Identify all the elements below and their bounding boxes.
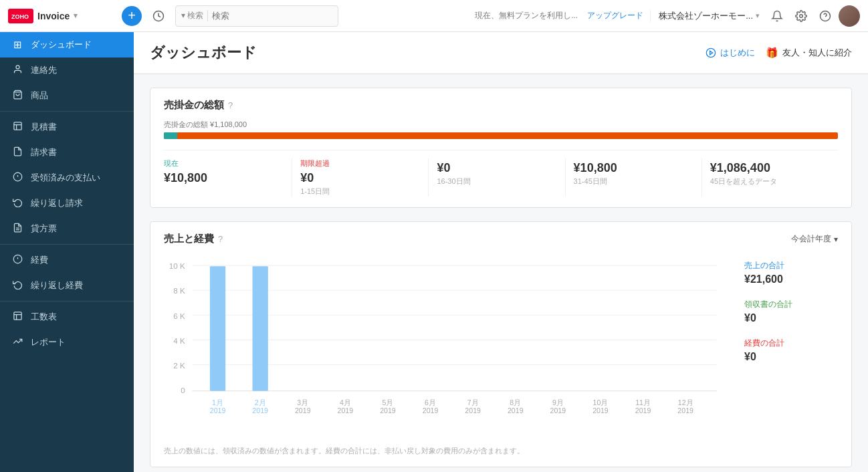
receivables-help-icon[interactable]: ? — [228, 100, 233, 110]
search-prefix[interactable]: ▾ 検索 — [181, 10, 208, 21]
main-content: ダッシュボード はじめに 🎁 友人・知人に紹介 売掛金の総額 ? — [134, 32, 868, 472]
progress-label: 売掛金の総額 ¥1,108,000 — [164, 120, 838, 130]
svg-text:ZOHO: ZOHO — [11, 13, 29, 20]
svg-text:5月: 5月 — [383, 398, 394, 406]
sidebar-item-timesheet[interactable]: 工数表 — [0, 304, 134, 330]
col3-sublabel: 16-30日間 — [437, 176, 556, 187]
sidebar-label-items: 商品 — [31, 90, 48, 102]
svg-point-6 — [16, 66, 19, 69]
sidebar-item-items[interactable]: 商品 — [0, 83, 134, 108]
sidebar-label-estimates: 見積書 — [31, 121, 57, 133]
svg-text:2月: 2月 — [255, 398, 266, 406]
col4-sublabel: 31-45日間 — [574, 176, 693, 187]
svg-point-3 — [800, 14, 803, 17]
sidebar-item-invoices[interactable]: 請求書 — [0, 140, 134, 165]
legend-receipts: 領収書の合計 ¥0 — [744, 299, 838, 324]
help-button[interactable] — [815, 5, 836, 27]
sidebar-item-reports[interactable]: レポート — [0, 330, 134, 355]
svg-text:6 K: 6 K — [173, 312, 185, 320]
chart-area: 10 K 8 K 6 K 4 K 2 K 0 — [164, 253, 731, 441]
svg-text:3月: 3月 — [297, 398, 308, 406]
zoho-logo-icon: ZOHO — [8, 9, 33, 23]
legend-sales-amount: ¥21,600 — [744, 273, 838, 285]
col3-amount: ¥0 — [437, 161, 556, 175]
svg-text:2019: 2019 — [423, 406, 439, 415]
fiscal-year-label: 今会計年度 — [791, 233, 831, 245]
overdue-label: 期限超過 — [300, 158, 420, 168]
sidebar-label-contacts: 連絡先 — [31, 64, 57, 76]
sidebar-divider-1 — [0, 111, 134, 112]
items-icon — [11, 90, 24, 102]
add-button[interactable]: + — [122, 6, 142, 26]
svg-text:11月: 11月 — [635, 398, 651, 406]
svg-text:2019: 2019 — [338, 406, 354, 415]
svg-text:2019: 2019 — [210, 406, 226, 415]
legend-sales: 売上の合計 ¥21,600 — [744, 260, 838, 285]
svg-text:0: 0 — [181, 386, 185, 394]
sidebar-item-contacts[interactable]: 連絡先 — [0, 57, 134, 83]
sidebar-label-payments: 受領済みの支払い — [31, 172, 100, 184]
sidebar-label-credit: 貸方票 — [31, 223, 57, 235]
search-bar: ▾ 検索 — [175, 5, 338, 27]
sidebar-item-payments[interactable]: 受領済みの支払い — [0, 165, 134, 191]
invoices-icon — [11, 146, 24, 158]
app-logo[interactable]: ZOHO Invoice ▾ — [8, 9, 115, 23]
progress-bar — [164, 132, 838, 139]
settings-button[interactable] — [790, 5, 812, 27]
sidebar-item-dashboard[interactable]: ⊞ ダッシュボード — [0, 32, 134, 57]
user-avatar[interactable] — [839, 5, 860, 27]
sidebar: ⊞ ダッシュボード 連絡先 商品 見積書 請求書 — [0, 32, 134, 472]
search-input[interactable] — [212, 11, 332, 21]
legend-expenses-amount: ¥0 — [744, 351, 838, 363]
svg-text:2019: 2019 — [677, 406, 693, 415]
svg-text:10 K: 10 K — [169, 261, 185, 270]
history-button[interactable] — [148, 6, 169, 26]
bar-feb — [253, 266, 268, 391]
svg-point-20 — [706, 48, 715, 57]
overdue-amount: ¥0 — [300, 171, 420, 185]
svg-marker-21 — [710, 51, 713, 54]
upgrade-link[interactable]: アップグレード — [587, 10, 643, 21]
progress-container: 売掛金の総額 ¥1,108,000 — [164, 120, 838, 139]
svg-text:10月: 10月 — [593, 398, 609, 406]
legend-expenses-label: 経費の合計 — [744, 338, 838, 349]
sidebar-item-recurring[interactable]: 繰り返し請求 — [0, 191, 134, 216]
sales-help-icon[interactable]: ? — [218, 234, 223, 244]
sidebar-label-timesheet: 工数表 — [31, 311, 57, 323]
notifications-button[interactable] — [766, 5, 788, 27]
svg-text:8 K: 8 K — [173, 287, 185, 296]
topbar: ZOHO Invoice ▾ + ▾ 検索 現在、無料プランを利用し... アッ… — [0, 0, 868, 32]
topbar-icons — [766, 5, 860, 27]
receivables-col-45plus: ¥1,086,400 45日を超えるデータ — [702, 158, 838, 197]
start-label: はじめに — [720, 47, 755, 59]
sidebar-item-credit[interactable]: 貸方票 — [0, 216, 134, 241]
sidebar-item-recurring-expenses[interactable]: 繰り返し経費 — [0, 273, 134, 298]
logo-chevron: ▾ — [74, 11, 78, 20]
svg-text:7月: 7月 — [467, 398, 479, 406]
sidebar-label-expenses: 経費 — [31, 254, 48, 266]
sidebar-label-recurring-expenses: 繰り返し経費 — [31, 279, 83, 291]
fiscal-year-button[interactable]: 今会計年度 ▾ — [791, 233, 838, 245]
receivables-col-current: 現在 ¥10,800 — [164, 158, 292, 197]
progress-bar-teal — [164, 132, 177, 139]
chart-legend: 売上の合計 ¥21,600 領収書の合計 ¥0 経費の合計 ¥0 — [731, 253, 838, 441]
chart-note: 売上の数値には、領収済みの数値が含まれます。経費の合計には、非払い戻し対象の費用… — [164, 446, 838, 456]
company-selector[interactable]: 株式会社ゾーホーモー... ▾ — [650, 10, 760, 22]
svg-text:4 K: 4 K — [173, 336, 185, 345]
company-chevron: ▾ — [756, 11, 760, 20]
legend-receipts-label: 領収書の合計 — [744, 299, 838, 310]
get-started-button[interactable]: はじめに — [706, 47, 755, 59]
contacts-icon — [11, 64, 24, 76]
referral-button[interactable]: 🎁 友人・知人に紹介 — [766, 47, 852, 59]
upgrade-text: 現在、無料プランを利用し... — [475, 10, 578, 21]
sidebar-item-estimates[interactable]: 見積書 — [0, 114, 134, 140]
header-actions: はじめに 🎁 友人・知人に紹介 — [706, 47, 852, 59]
estimates-icon — [11, 121, 24, 133]
sales-chart: 10 K 8 K 6 K 4 K 2 K 0 — [164, 253, 731, 441]
sidebar-item-expenses[interactable]: 経費 — [0, 247, 134, 273]
svg-text:2 K: 2 K — [173, 361, 185, 370]
legend-sales-label: 売上の合計 — [744, 260, 838, 271]
chart-container: 10 K 8 K 6 K 4 K 2 K 0 — [164, 253, 838, 441]
content-body: 売掛金の総額 ? 売掛金の総額 ¥1,108,000 現在 ¥10,800 — [134, 74, 868, 472]
svg-text:2019: 2019 — [252, 406, 268, 415]
